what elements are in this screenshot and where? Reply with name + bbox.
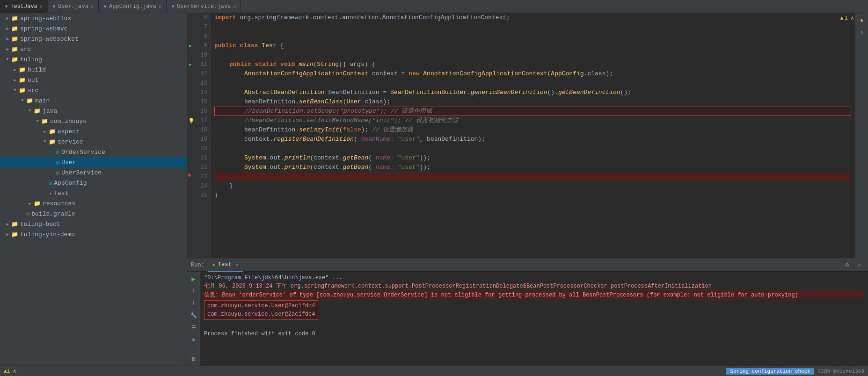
sidebar-item-build[interactable]: ▶ 📁 build [0, 65, 187, 75]
code-content[interactable]: import org.springframework.context.annot… [211, 13, 855, 258]
line-num-19: 19 [187, 135, 210, 144]
item-label: src [28, 87, 38, 94]
down-btn[interactable]: ↓ [189, 298, 199, 308]
code-line-19: context.registerBeanDefinition( beanName… [214, 135, 851, 144]
right-icon-1[interactable]: ▲ [857, 15, 867, 25]
code-line-6: import org.springframework.context.annot… [214, 13, 851, 22]
code-line-20 [214, 144, 851, 153]
tab-appconfig[interactable]: ● AppConfig.java ✕ [99, 0, 167, 13]
console-red-box: com.zhouyu.service.User@2ac1fdc4 com.zho… [204, 300, 318, 320]
csdn-label: CSDN @nickel369 [818, 369, 864, 374]
arrow-icon: ▶ [4, 47, 11, 52]
sidebar-item-resources[interactable]: ▶ 📁 resources [0, 198, 187, 209]
code-line-18: beanDefinition.setLazyInit(false); // 设置… [214, 125, 851, 135]
code-line-21: System.out.println(context.getBean( name… [214, 153, 851, 163]
line-num-15: 15 [187, 97, 210, 107]
main-layout: ▶ 📁 spring-webflux ▶ 📁 spring-webmvc ▶ 📁… [0, 13, 868, 366]
filter-btn[interactable]: ☰ [189, 322, 199, 333]
close-run-icon[interactable]: ✕ [236, 262, 239, 268]
up-btn[interactable]: ↑ [189, 286, 199, 296]
line-num-20: 20 [187, 144, 210, 153]
file-icon: ● [171, 3, 175, 10]
console-output: "D:\Program File\jdk\64\bin\java.exe" ..… [200, 272, 868, 366]
line-num-7: 7 [187, 22, 210, 32]
folder-icon: 📁 [11, 46, 18, 53]
file-icon: ● [52, 3, 56, 10]
sidebar-item-userservice[interactable]: ◎ UserService [0, 167, 187, 178]
line-num-16: 16 [187, 107, 210, 116]
line-num-9: ▶ 9 [187, 41, 210, 51]
arrow-icon: ▶ [4, 222, 11, 227]
trash-btn[interactable]: 🗑 [189, 354, 199, 364]
right-icon-2[interactable]: ∧ [857, 27, 867, 37]
sidebar-item-user[interactable]: ◎ User [0, 157, 187, 167]
line-num-10: 10 [187, 51, 210, 60]
console-line-2: 七月 06, 2023 9:13:24 下午 org.springframewo… [204, 282, 864, 290]
line-num-14: 14 [187, 88, 210, 97]
code-line-10 [214, 51, 851, 60]
layout-btn[interactable]: ⊞ [189, 334, 199, 345]
line-num-17: 💡 17 [187, 116, 210, 125]
file-icon: ◎ [56, 149, 59, 156]
console-line-5: com.zhouyu.service.User@2ac1fdc4 [207, 310, 315, 318]
sidebar-item-orderservice[interactable]: ◎ OrderService [0, 147, 187, 157]
tab-userservice[interactable]: ● UserService.java ✕ [167, 0, 241, 13]
folder-icon: 📁 [26, 97, 33, 104]
sidebar-item-java[interactable]: ▼ 📁 java [0, 106, 187, 116]
code-line-17: //beanDefinition.setInitMethodName("init… [214, 116, 851, 125]
code-line-23 [214, 172, 851, 181]
console-line-4: com.zhouyu.service.User@2ac1fdc4 [207, 302, 315, 310]
folder-icon: 📁 [11, 56, 18, 63]
arrow-icon: ▶ [11, 78, 19, 83]
tab-user[interactable]: ● User.java ✕ [48, 0, 99, 13]
close-icon[interactable]: ✕ [159, 4, 161, 9]
tab-label: AppConfig.java [109, 3, 156, 10]
tab-testjava[interactable]: ● TestJava ✕ [0, 0, 48, 13]
external-icon[interactable]: ⤢ [854, 260, 864, 270]
play-btn[interactable]: ▶ [189, 274, 199, 284]
sidebar-item-aspect[interactable]: ▶ 📁 aspect [0, 126, 187, 137]
arrow-icon: ▶ [4, 36, 11, 42]
item-label: main [35, 97, 50, 104]
sidebar-item-comzhouyu[interactable]: ▼ 📁 com.zhouyu [0, 116, 187, 126]
item-label: AppConfig [54, 180, 87, 187]
sidebar-item-spring-webmvc[interactable]: ▶ 📁 spring-webmvc [0, 23, 187, 34]
sidebar-item-service[interactable]: ▼ 📁 service [0, 137, 187, 147]
sidebar-item-tuling[interactable]: ▼ 📁 tuling [0, 54, 187, 65]
file-icon: ✦ [49, 190, 52, 197]
item-label: src [20, 46, 31, 53]
sidebar-item-tuling-boot[interactable]: ▶ 📁 tuling-boot [0, 219, 187, 229]
sidebar-item-main[interactable]: ▼ 📁 main [0, 95, 187, 106]
item-label: service [58, 138, 83, 145]
close-icon[interactable]: ✕ [40, 4, 43, 9]
settings-icon[interactable]: ⚙ [842, 260, 852, 270]
code-line-13 [214, 79, 851, 88]
arrow-icon: ▶ [4, 16, 11, 21]
file-icon: ● [103, 3, 107, 10]
console-line-6: Process finished with exit code 0 [204, 330, 864, 338]
code-line-8 [214, 32, 851, 41]
sidebar-item-tuling-yin-demo[interactable]: ▶ 📁 tuling-yin-demo [0, 229, 187, 239]
wrench-btn[interactable]: 🔧 [189, 310, 199, 320]
code-line-9: public class Test { [214, 41, 851, 51]
item-label: tuling-boot [20, 221, 60, 228]
spring-check-btn[interactable]: Spring configuration check [726, 368, 814, 375]
bottom-tab-bar: Run: ▶ Test ✕ ⚙ ⤢ [187, 259, 868, 272]
folder-icon: 📁 [11, 36, 18, 43]
sidebar-item-src-root[interactable]: ▶ 📁 src [0, 44, 187, 54]
line-num-13: 13 [187, 79, 210, 88]
sidebar-item-src[interactable]: ▼ 📁 src [0, 85, 187, 95]
sidebar-item-spring-websocket[interactable]: ▶ 📁 spring-websocket [0, 34, 187, 44]
sidebar-item-spring-webflux[interactable]: ▶ 📁 spring-webflux [0, 13, 187, 23]
sidebar-item-test[interactable]: ✦ Test [0, 188, 187, 198]
tab-run-test[interactable]: ▶ Test ✕ [208, 259, 243, 272]
tab-label: UserService.java [177, 3, 231, 10]
line-num-23: ● 23 [187, 172, 210, 181]
sidebar-item-appconfig[interactable]: ◎ AppConfig [0, 178, 187, 188]
sidebar-item-out[interactable]: ▶ 📁 out [0, 75, 187, 85]
sidebar-item-buildgradle[interactable]: ⚙ build.gradle [0, 209, 187, 219]
close-icon[interactable]: ✕ [233, 4, 236, 9]
folder-icon: 📁 [49, 138, 56, 145]
item-label: spring-webmvc [20, 25, 67, 32]
close-icon[interactable]: ✕ [91, 4, 94, 9]
